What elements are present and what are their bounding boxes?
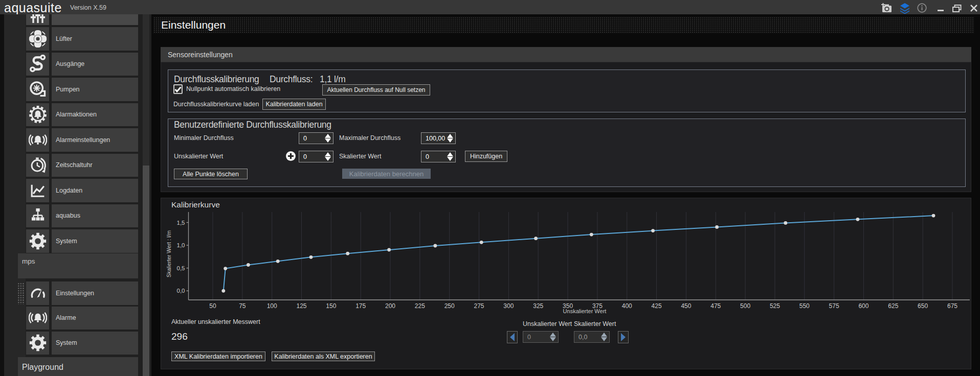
svg-text:400: 400 xyxy=(622,302,632,310)
svg-text:575: 575 xyxy=(829,302,839,310)
svg-text:175: 175 xyxy=(355,302,366,310)
svg-text:225: 225 xyxy=(415,302,425,310)
svg-text:450: 450 xyxy=(681,302,691,310)
svg-text:Unskalierter Wert: Unskalierter Wert xyxy=(563,308,607,314)
svg-text:475: 475 xyxy=(710,302,721,310)
svg-text:100: 100 xyxy=(267,302,277,310)
svg-text:200: 200 xyxy=(385,302,395,310)
svg-text:250: 250 xyxy=(444,302,455,310)
svg-text:425: 425 xyxy=(652,302,662,310)
svg-text:300: 300 xyxy=(503,302,514,310)
svg-text:325: 325 xyxy=(533,302,543,310)
svg-text:275: 275 xyxy=(474,302,484,310)
svg-text:1,0: 1,0 xyxy=(177,242,185,248)
svg-text:0,5: 0,5 xyxy=(177,265,185,271)
svg-text:75: 75 xyxy=(239,302,246,310)
svg-text:525: 525 xyxy=(770,302,780,310)
svg-text:675: 675 xyxy=(947,302,957,310)
svg-text:125: 125 xyxy=(296,302,306,310)
svg-text:500: 500 xyxy=(740,302,750,310)
svg-text:0,0: 0,0 xyxy=(177,288,185,294)
svg-text:550: 550 xyxy=(799,302,810,310)
svg-text:50: 50 xyxy=(209,302,216,310)
svg-text:650: 650 xyxy=(918,302,928,310)
svg-text:150: 150 xyxy=(326,302,336,310)
svg-text:1,5: 1,5 xyxy=(177,220,185,226)
svg-text:Skalierter Wert : l/m: Skalierter Wert : l/m xyxy=(166,230,172,277)
svg-text:625: 625 xyxy=(888,302,898,310)
svg-text:600: 600 xyxy=(858,302,868,310)
